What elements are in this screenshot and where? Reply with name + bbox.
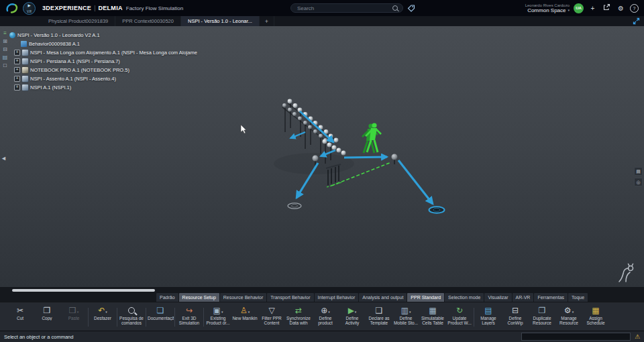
ribbon-tab-ar-vr[interactable]: AR-VR (513, 293, 534, 302)
command-input[interactable] (521, 333, 631, 341)
tree-expander-icon[interactable]: + (14, 76, 20, 82)
toolbar-button-desfazer[interactable]: ↶▾Desfazer (89, 304, 116, 321)
avatar[interactable]: UA (574, 3, 584, 13)
maximize-icon[interactable] (633, 17, 640, 25)
tree-expander-icon[interactable]: + (14, 50, 20, 56)
panel-target-icon[interactable]: ◎ (634, 178, 643, 186)
toolbar-button-new-manikin[interactable]: ♙▾New Manikin (231, 304, 258, 321)
tree-item[interactable]: +NSPI A.1 (NSPI.1) (9, 83, 200, 92)
tools-icon[interactable]: ⚙ (616, 3, 626, 13)
toolbar-button-simulatable-cells-table[interactable]: ▦Simulatable Cells Table (419, 304, 446, 325)
toolbar-button-label: Desfazer (89, 316, 116, 321)
ribbon-tab-analysis-and-output[interactable]: Analysis and output (359, 293, 407, 302)
new-tab-button[interactable]: + (260, 16, 274, 26)
add-icon[interactable]: + (588, 3, 598, 13)
ribbon-tab-toque[interactable]: Toque (568, 293, 588, 302)
toolbar-button-define-conwip-boun[interactable]: ⊟Define ConWip boun... (502, 304, 529, 326)
robot-mascot-icon[interactable] (616, 263, 637, 284)
warning-icon[interactable]: ⚠ (635, 334, 640, 340)
toolbar-button-define-activity-initia[interactable]: ▶▾Define Activity Initia... (339, 304, 366, 326)
ribbon-tab-padr-o[interactable]: Padrão (156, 293, 178, 302)
tree-expander-icon[interactable]: + (14, 67, 20, 73)
toolbar-separator (203, 308, 204, 327)
dropdown-caret-icon[interactable]: ▾ (248, 310, 250, 314)
update-icon: ↻ (456, 306, 463, 315)
toolbar-button-label: Manage Resource Act... (555, 316, 582, 326)
tree-item[interactable]: +NSPI - Persiana A.1 (NSPI - Persiana.7) (9, 57, 200, 66)
dropdown-caret-icon[interactable]: ▾ (355, 310, 357, 314)
toolbar-button-exit-3d-simulation[interactable]: ↪Exit 3D Simulation (176, 304, 203, 325)
share-icon[interactable] (602, 3, 612, 13)
toolbar-button-manage-layers[interactable]: ▤Manage Layers (475, 304, 502, 325)
dropdown-caret-icon[interactable]: ▾ (328, 310, 330, 314)
ribbon-tab-resource-behavior[interactable]: Resource Behavior (220, 293, 267, 302)
3ds-logo-icon[interactable] (5, 2, 19, 14)
filter-tree-icon[interactable]: ▤ (3, 54, 8, 60)
panel-layers-icon[interactable]: ▤ (634, 167, 643, 176)
toolbar-button-declare-as-template[interactable]: ❑Declare as Template (366, 304, 392, 325)
document-tab-bar: Physical Product00291839 PPR Context0003… (0, 16, 644, 26)
toolbar-button-documenta-o[interactable]: ❏Documentação (147, 304, 174, 321)
tree-item[interactable]: +NSPI - Assento A.1 (NSPI - Assento.4) (9, 74, 200, 83)
tree-item-label: NSPI - Persiana A.1 (NSPI - Persiana.7) (30, 58, 123, 64)
dropdown-caret-icon[interactable]: ▾ (77, 310, 79, 314)
tree-item[interactable]: Behavior00009838 A.1 (9, 40, 200, 48)
space-selector[interactable]: Common Space ▾ (525, 8, 570, 13)
toolbar-button-duplicate-resource[interactable]: ❐Duplicate Resource (529, 304, 555, 325)
toolbar-button-synchronize-data-with-pla[interactable]: ⇄Synchronize Data with Pla... (285, 304, 312, 326)
tree-item[interactable]: +NOTEBOOK PRO A.1 (NOTEBOOK PRO.5) (9, 66, 200, 74)
ribbon-tab-visualizar[interactable]: Visualizar (484, 293, 511, 302)
ribbon-tab-interrupt-behavior[interactable]: Interrupt Behavior (315, 293, 359, 302)
spacer (274, 16, 633, 26)
tree-expander-icon[interactable]: + (14, 84, 20, 91)
search-icon[interactable] (392, 5, 398, 11)
expand-node-icon[interactable]: ⊞ (3, 38, 7, 44)
explore-tree-icon[interactable]: ≡ (3, 30, 7, 36)
dropdown-caret-icon[interactable]: ▾ (572, 310, 574, 314)
mobile-storage-icon: ▥ (401, 306, 409, 315)
tab-ppr-context[interactable]: PPR Context00030520 (115, 16, 181, 26)
toolbar-button-existing-product-or[interactable]: ▣▾Existing Product or... (205, 304, 231, 325)
tree-item-label: NSPI - Assento A.1 (NSPI - Assento.4) (30, 76, 119, 82)
toolbar-button-define-mobile-sto[interactable]: ▥▾Define Mobile Sto... (392, 304, 419, 325)
paste-icon: ❒ (69, 306, 76, 315)
dropdown-caret-icon[interactable]: ▾ (221, 310, 223, 314)
toolbar-button-label: Filter PPR Content (258, 316, 285, 325)
help-icon[interactable]: ? (630, 4, 639, 13)
toolbar-button-update-product-w[interactable]: ↻Update Product W... (446, 304, 473, 325)
toolbar-button-copy[interactable]: ❐Copy (34, 304, 60, 321)
toolbar-button-manage-resource-act[interactable]: ⚙▾Manage Resource Act... (555, 304, 582, 326)
ribbon-tab-selection-mode[interactable]: Selection mode (445, 293, 484, 302)
dropdown-caret-icon[interactable]: ▾ (409, 310, 411, 314)
toolbar-button-define-product-pos[interactable]: ⊕▾Define product pos... (312, 304, 339, 326)
horizontal-scrollbar[interactable] (12, 289, 155, 292)
play-compass-icon[interactable]: ▶ V.R (23, 2, 36, 15)
ribbon-tab-resource-setup[interactable]: Resource Setup (179, 293, 219, 302)
tab-physical-product[interactable]: Physical Product00291839 (42, 16, 115, 26)
global-search[interactable] (290, 3, 403, 13)
select-mode-icon[interactable]: □ (3, 62, 7, 68)
toolbar-button-label: Existing Product or... (205, 316, 231, 325)
3d-viewport[interactable]: ≡⊞⊟▤□ NSPI - Versão 1.0 - Leonardo V2 A.… (0, 26, 644, 287)
layers-icon: ▤ (484, 306, 492, 315)
tree-expander-icon[interactable]: + (14, 58, 20, 64)
search-input[interactable] (296, 5, 390, 12)
ribbon-tab-ferramentas[interactable]: Ferramentas (534, 293, 568, 302)
tab-nspi-versao[interactable]: NSPI - Versão 1.0 - Leonar... (181, 16, 260, 26)
bottom-strip: PadrãoResource SetupResource BehaviorTra… (0, 287, 644, 302)
dropdown-caret-icon[interactable]: ▾ (105, 310, 107, 314)
toolbar-button-assign-schedule[interactable]: ▦Assign Schedule (582, 304, 609, 325)
toolbar-button-label: Assign Schedule (582, 316, 609, 325)
ribbon-tab-ppr-standard[interactable]: PPR Standard (407, 293, 444, 302)
toolbar-button-label: Simulatable Cells Table (419, 316, 446, 325)
toolbar-button-pesquisa-de-comandos[interactable]: Pesquisa de comandos (118, 304, 145, 325)
tree-item[interactable]: NSPI - Versão 1.0 - Leonardo V2 A.1 (9, 31, 200, 40)
tag-icon[interactable] (407, 4, 415, 12)
collapse-panel-arrow[interactable]: ◄ (1, 155, 7, 162)
ribbon-tab-transport-behavior[interactable]: Transport Behavior (267, 293, 313, 302)
tree-item[interactable]: +NSPI - Mesa Longa com Alojamento A.1 (N… (9, 48, 200, 57)
toolbar-button-filter-ppr-content[interactable]: ▽Filter PPR Content (258, 304, 285, 325)
collapse-node-icon[interactable]: ⊟ (3, 46, 7, 52)
tree-item-label: NSPI - Versão 1.0 - Leonardo V2 A.1 (17, 32, 103, 38)
toolbar-button-cut[interactable]: ✂Cut (7, 304, 34, 321)
